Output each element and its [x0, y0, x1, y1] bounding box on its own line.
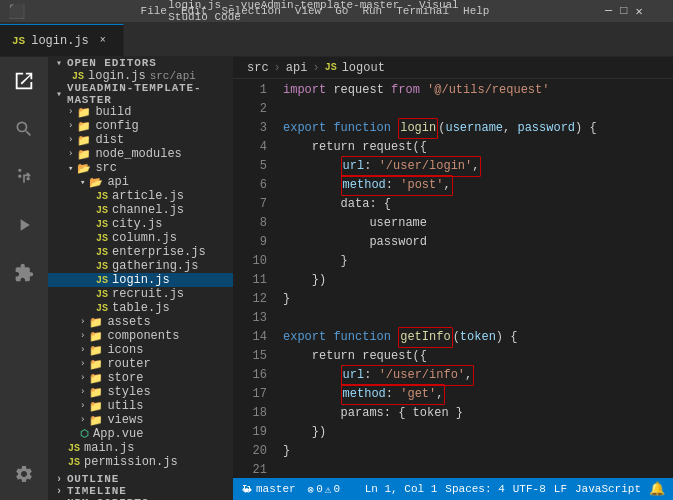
folder-assets-arrow: ›: [80, 317, 85, 327]
source-control-icon[interactable]: [4, 157, 44, 197]
status-smiley[interactable]: 🔔: [649, 481, 665, 497]
search-icon[interactable]: [4, 109, 44, 149]
folder-styles-icon: 📁: [89, 386, 103, 399]
file-table-js[interactable]: JS table.js: [48, 301, 233, 315]
run-debug-icon[interactable]: [4, 205, 44, 245]
editor-area: src › api › JS logout 1 2 3 4 5 6 7 8 9 …: [233, 57, 673, 500]
status-errors[interactable]: ⊗ 0 ⚠ 0: [308, 483, 340, 496]
code-line-13: [283, 309, 673, 328]
minimize-button[interactable]: ─: [605, 4, 612, 18]
status-encoding[interactable]: UTF-8: [513, 483, 546, 495]
code-line-9: password: [283, 233, 673, 252]
settings-icon[interactable]: [4, 454, 44, 494]
explorer-icon[interactable]: [4, 61, 44, 101]
status-branch[interactable]: master: [241, 483, 296, 495]
open-file-name: login.js: [88, 69, 146, 83]
breadcrumb: src › api › JS logout: [233, 57, 673, 79]
folder-utils[interactable]: › 📁 utils: [48, 399, 233, 413]
file-channel-js[interactable]: JS channel.js: [48, 203, 233, 217]
status-cursor[interactable]: Ln 1, Col 1: [365, 483, 438, 495]
folder-styles-arrow: ›: [80, 387, 85, 397]
folder-icons[interactable]: › 📁 icons: [48, 343, 233, 357]
menu-file[interactable]: File: [141, 5, 167, 17]
status-line-ending[interactable]: LF: [554, 483, 567, 495]
code-line-11: }): [283, 271, 673, 290]
status-spaces[interactable]: Spaces: 4: [445, 483, 504, 495]
maximize-button[interactable]: □: [620, 4, 627, 18]
file-gathering-js[interactable]: JS gathering.js: [48, 259, 233, 273]
folder-config-label: config: [95, 119, 138, 133]
tab-label: login.js: [31, 34, 89, 48]
activity-bar: [0, 57, 48, 500]
tab-bar: JS login.js ×: [0, 22, 673, 57]
folder-store[interactable]: › 📁 store: [48, 371, 233, 385]
folder-build-icon: 📁: [77, 106, 91, 119]
breadcrumb-file: logout: [342, 61, 385, 75]
tab-close-button[interactable]: ×: [95, 33, 111, 49]
window-controls[interactable]: ─ □ ✕: [605, 4, 665, 19]
folder-assets[interactable]: › 📁 assets: [48, 315, 233, 329]
code-line-12: }: [283, 290, 673, 309]
close-button[interactable]: ✕: [635, 4, 642, 19]
folder-icons-label: icons: [107, 343, 143, 357]
extensions-icon[interactable]: [4, 253, 44, 293]
folder-store-label: store: [107, 371, 143, 385]
outline-header[interactable]: › OUTLINE: [48, 473, 233, 485]
folder-src[interactable]: ▾ 📂 src: [48, 161, 233, 175]
status-bar: master ⊗ 0 ⚠ 0 Ln 1, Col 1 Spaces: 4 UTF…: [233, 478, 673, 500]
js-recruit-icon: JS: [96, 289, 108, 300]
code-line-17: method: 'get',: [283, 385, 673, 404]
vue-app-icon: ⬡: [80, 428, 89, 440]
js-file-icon: JS: [12, 35, 25, 47]
js-city-icon: JS: [96, 219, 108, 230]
code-editor[interactable]: 1 2 3 4 5 6 7 8 9 10 11 12 13 14 15 16 1…: [233, 79, 673, 478]
file-column-js[interactable]: JS column.js: [48, 231, 233, 245]
folder-api-arrow: ▾: [80, 177, 85, 188]
file-app-vue[interactable]: ⬡ App.vue: [48, 427, 233, 441]
folder-views[interactable]: › 📁 views: [48, 413, 233, 427]
file-recruit-js[interactable]: JS recruit.js: [48, 287, 233, 301]
file-main-js[interactable]: JS main.js: [48, 441, 233, 455]
file-city-js[interactable]: JS city.js: [48, 217, 233, 231]
file-enterprise-js[interactable]: JS enterprise.js: [48, 245, 233, 259]
open-editors-login-js[interactable]: JS login.js src/api: [48, 69, 233, 83]
explorer-arrow: ▾: [56, 88, 63, 100]
code-line-21: [283, 461, 673, 478]
folder-assets-label: assets: [107, 315, 150, 329]
folder-styles[interactable]: › 📁 styles: [48, 385, 233, 399]
folder-store-icon: 📁: [89, 372, 103, 385]
title-bar: ⬛ File Edit Selection View Go Run Termin…: [0, 0, 673, 22]
folder-dist[interactable]: › 📁 dist: [48, 133, 233, 147]
tab-login-js[interactable]: JS login.js ×: [0, 24, 124, 56]
code-line-18: params: { token }: [283, 404, 673, 423]
folder-router[interactable]: › 📁 router: [48, 357, 233, 371]
folder-build-arrow: ›: [68, 107, 73, 117]
folder-utils-icon: 📁: [89, 400, 103, 413]
folder-build-label: build: [95, 105, 131, 119]
file-article-js[interactable]: JS article.js: [48, 189, 233, 203]
folder-config[interactable]: › 📁 config: [48, 119, 233, 133]
code-line-8: username: [283, 214, 673, 233]
folder-node-modules[interactable]: › 📁 node_modules: [48, 147, 233, 161]
folder-components[interactable]: › 📁 components: [48, 329, 233, 343]
breadcrumb-api: api: [286, 61, 308, 75]
file-permission-js[interactable]: JS permission.js: [48, 455, 233, 469]
file-city-label: city.js: [112, 217, 162, 231]
breadcrumb-src: src: [247, 61, 269, 75]
folder-utils-label: utils: [107, 399, 143, 413]
status-language[interactable]: JavaScript: [575, 483, 641, 495]
timeline-header[interactable]: › TIMELINE: [48, 485, 233, 497]
code-line-1: import request from '@/utils/request': [283, 81, 673, 100]
folder-views-label: views: [107, 413, 143, 427]
code-content[interactable]: import request from '@/utils/request' ex…: [275, 79, 673, 478]
code-line-7: data: {: [283, 195, 673, 214]
open-editors-header[interactable]: ▾ OPEN EDITORS: [48, 57, 233, 69]
explorer-header[interactable]: ▾ VUEADMIN-TEMPLATE-MASTER: [48, 83, 233, 105]
code-line-16: url: '/user/info',: [283, 366, 673, 385]
folder-build[interactable]: › 📁 build: [48, 105, 233, 119]
js-gathering-icon: JS: [96, 261, 108, 272]
code-line-20: }: [283, 442, 673, 461]
folder-dist-icon: 📁: [77, 134, 91, 147]
file-login-js[interactable]: JS login.js: [48, 273, 233, 287]
folder-api[interactable]: ▾ 📂 api: [48, 175, 233, 189]
